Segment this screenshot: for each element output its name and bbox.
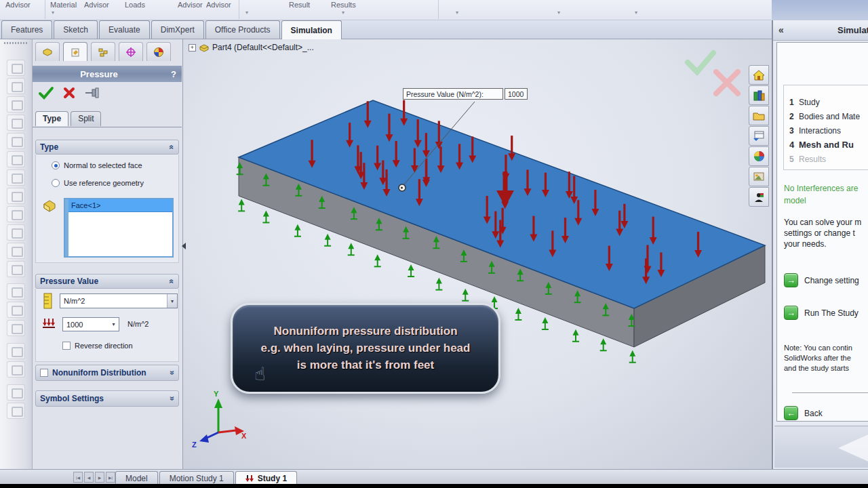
checkbox-icon[interactable] <box>40 369 48 377</box>
feature-tool-icon[interactable] <box>7 206 25 222</box>
custom-properties-icon[interactable] <box>749 187 769 207</box>
feature-tool-icon[interactable] <box>7 302 25 318</box>
radio-use-reference[interactable]: Use reference geometry <box>52 179 144 187</box>
feature-tool-icon[interactable] <box>7 361 25 378</box>
expand-chevron-icon[interactable]: « <box>167 371 177 375</box>
first-tab-button[interactable]: |◀ <box>73 472 83 483</box>
last-tab-button[interactable]: ▶| <box>106 472 115 483</box>
tab-sketch[interactable]: Sketch <box>54 20 98 39</box>
tab-model[interactable]: Model <box>115 471 158 485</box>
confirm-cancel-icon[interactable] <box>716 72 738 94</box>
run-study-button[interactable]: → Run The Study <box>784 306 859 320</box>
propertymanager-tab[interactable] <box>63 42 87 61</box>
tree-expand-icon[interactable]: + <box>189 44 196 52</box>
back-button[interactable]: ← Back <box>784 406 823 420</box>
toolbar-button-label[interactable]: Result <box>289 1 310 9</box>
expand-chevron-icon[interactable]: « <box>167 396 177 401</box>
pin-button[interactable] <box>84 87 102 99</box>
advisor-step-mesh-run[interactable]: 4Mesh and Ru <box>789 140 854 150</box>
collapse-panel-icon[interactable]: « <box>778 24 784 35</box>
next-tab-button[interactable]: ▶ <box>95 472 104 483</box>
feature-tool-icon[interactable] <box>7 78 25 94</box>
toolbar-drag-handle[interactable] <box>4 42 28 44</box>
toolbar-button-label[interactable]: Results <box>331 1 356 9</box>
advisor-step-study[interactable]: 1Study <box>789 98 820 107</box>
dropdown-caret-icon[interactable]: ▾ <box>456 9 458 16</box>
feature-tool-icon[interactable] <box>7 320 25 336</box>
tab-features[interactable]: Features <box>1 20 52 39</box>
tab-evaluate[interactable]: Evaluate <box>99 20 150 39</box>
displaymanager-tab[interactable] <box>146 42 171 61</box>
feature-tool-icon[interactable] <box>7 115 25 131</box>
dropdown-caret-icon[interactable]: ▾ <box>245 9 248 16</box>
dropdown-caret-icon[interactable]: ▾ <box>635 9 637 16</box>
type-group-header[interactable]: Type « <box>35 140 179 155</box>
arrow-right-icon[interactable]: → <box>784 273 798 287</box>
help-icon[interactable]: ? <box>165 69 182 79</box>
collapse-chevron-icon[interactable]: « <box>167 145 177 150</box>
web-globe-icon[interactable] <box>749 146 769 166</box>
tab-motion-study-1[interactable]: Motion Study 1 <box>159 471 234 485</box>
nonuniform-distribution-group[interactable]: Nonuniform Distribution « <box>35 365 179 381</box>
prev-tab-button[interactable]: ◀ <box>84 472 94 483</box>
arrow-right-icon[interactable]: → <box>784 306 798 320</box>
toolbar-button-label[interactable]: Material <box>50 1 77 9</box>
unit-dropdown[interactable]: N/m^2 ▾ <box>60 293 178 308</box>
configurationmanager-tab[interactable] <box>91 42 115 61</box>
feature-tool-icon[interactable] <box>7 151 25 167</box>
flyout-feature-tree[interactable]: + Part4 (Default<<Default>_... <box>189 43 314 52</box>
feature-tool-icon[interactable] <box>7 343 25 359</box>
dropdown-caret-icon[interactable]: ▾ <box>52 9 54 16</box>
ok-button[interactable] <box>38 85 54 100</box>
appearances-icon[interactable] <box>749 167 769 186</box>
radio-icon[interactable] <box>52 179 60 187</box>
change-settings-button[interactable]: → Change setting <box>784 273 859 287</box>
pm-tab-split[interactable]: Split <box>71 111 101 126</box>
selected-face-item[interactable]: Face<1> <box>68 199 172 212</box>
feature-tool-icon[interactable] <box>7 188 25 204</box>
feature-tool-icon[interactable] <box>7 224 25 241</box>
feature-tool-icon[interactable] <box>7 169 25 186</box>
feature-tool-icon[interactable] <box>7 283 25 300</box>
feature-tool-icon[interactable] <box>7 133 25 149</box>
cancel-button[interactable] <box>62 86 76 100</box>
featuremanager-tab[interactable] <box>35 42 60 61</box>
advisor-step-bodies[interactable]: 2Bodies and Mate <box>789 112 860 121</box>
advisor-step-results[interactable]: 5Results <box>789 155 826 164</box>
feature-tool-icon[interactable] <box>7 243 25 259</box>
feature-tool-icon[interactable] <box>7 96 25 113</box>
design-library-icon[interactable] <box>749 85 769 105</box>
tab-study-1[interactable]: Study 1 <box>235 471 297 485</box>
radio-normal-to-face[interactable]: Normal to selected face <box>52 161 142 169</box>
feature-tool-icon[interactable] <box>7 60 25 76</box>
toolbar-button-label[interactable]: Advisor <box>206 1 231 9</box>
feature-tool-icon[interactable] <box>7 261 25 277</box>
confirm-ok-icon[interactable] <box>688 53 713 72</box>
pm-tab-type[interactable]: Type <box>35 111 68 126</box>
dimxpertmanager-tab[interactable] <box>119 42 143 61</box>
arrow-left-icon[interactable]: ← <box>784 406 798 420</box>
toolbar-button-label[interactable]: Advisor <box>5 1 31 9</box>
feature-tool-icon[interactable] <box>7 403 25 419</box>
file-explorer-folder-icon[interactable] <box>749 106 769 125</box>
tab-dimxpert[interactable]: DimXpert <box>151 20 204 39</box>
faces-selection-listbox[interactable]: Face<1> <box>64 198 174 258</box>
radio-icon[interactable] <box>52 161 60 169</box>
advisor-step-interactions[interactable]: 3Interactions <box>789 126 841 136</box>
toolbar-button-label[interactable]: Loads <box>125 1 145 9</box>
chevron-down-icon[interactable]: ▾ <box>167 294 177 308</box>
panel-splitter-handle[interactable] <box>182 243 186 249</box>
pressure-value-group-header[interactable]: Pressure Value « <box>35 274 179 289</box>
reverse-direction-checkbox-row[interactable]: Reverse direction <box>62 342 133 350</box>
tab-simulation[interactable]: Simulation <box>281 20 342 39</box>
dropdown-caret-icon[interactable]: ▾ <box>557 9 560 16</box>
symbol-settings-group[interactable]: Symbol Settings « <box>35 390 179 407</box>
model-scene[interactable]: Y X Z <box>183 39 772 469</box>
feature-tool-icon[interactable] <box>7 384 25 401</box>
toolbar-button-label[interactable]: Advisor <box>84 1 109 9</box>
tab-office-products[interactable]: Office Products <box>205 20 280 39</box>
resources-home-icon[interactable] <box>749 65 769 85</box>
search-window-icon[interactable] <box>749 126 769 146</box>
chevron-down-icon[interactable]: ▾ <box>108 318 119 331</box>
toolbar-button-label[interactable]: Advisor <box>178 1 203 9</box>
